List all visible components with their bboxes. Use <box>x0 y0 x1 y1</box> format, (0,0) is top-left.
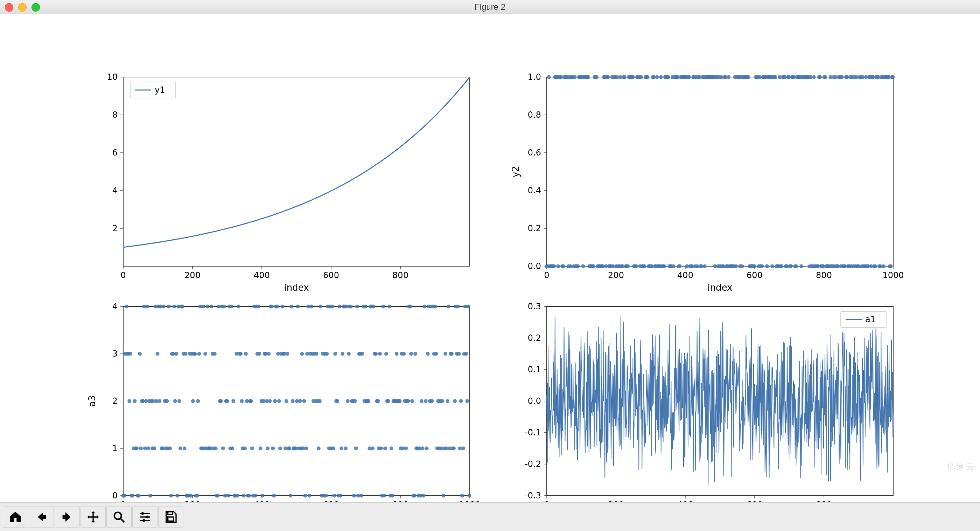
svg-point-462 <box>174 352 178 356</box>
svg-point-572 <box>289 494 293 498</box>
svg-point-742 <box>466 399 469 403</box>
svg-point-529 <box>244 352 248 356</box>
svg-point-508 <box>222 305 226 309</box>
svg-point-505 <box>219 399 223 403</box>
svg-point-592 <box>309 305 313 309</box>
svg-point-488 <box>201 305 205 309</box>
home-button[interactable] <box>3 506 28 528</box>
svg-point-146 <box>643 265 646 268</box>
pan-button[interactable] <box>81 506 106 528</box>
svg-point-204 <box>703 265 706 268</box>
svg-point-730 <box>453 399 457 403</box>
svg-point-597 <box>315 352 318 356</box>
svg-point-557 <box>273 399 277 403</box>
svg-point-336 <box>840 75 844 79</box>
window-close-icon[interactable] <box>5 3 13 11</box>
svg-point-574 <box>291 399 295 403</box>
svg-point-383 <box>889 265 893 268</box>
svg-point-658 <box>378 352 382 356</box>
svg-text:400: 400 <box>254 270 270 280</box>
svg-point-654 <box>374 352 378 356</box>
svg-point-551 <box>267 352 270 356</box>
svg-point-483 <box>196 399 200 403</box>
svg-text:a3: a3 <box>87 395 97 407</box>
svg-point-669 <box>390 446 393 450</box>
svg-point-143 <box>640 75 643 79</box>
svg-point-743 <box>466 305 470 309</box>
svg-point-614 <box>332 494 336 498</box>
svg-rect-25 <box>547 77 893 266</box>
svg-point-601 <box>319 305 323 309</box>
svg-point-138 <box>634 265 638 268</box>
svg-point-507 <box>221 446 225 450</box>
svg-rect-782 <box>168 512 173 515</box>
window-zoom-icon[interactable] <box>32 3 40 11</box>
svg-point-426 <box>137 494 141 498</box>
svg-point-511 <box>225 399 229 403</box>
svg-point-634 <box>353 399 357 403</box>
svg-point-587 <box>304 446 308 450</box>
svg-point-460 <box>172 305 176 309</box>
svg-point-455 <box>167 305 171 309</box>
svg-point-534 <box>249 399 253 403</box>
svg-point-579 <box>296 305 300 309</box>
svg-point-700 <box>422 494 426 498</box>
svg-text:0: 0 <box>120 270 126 280</box>
svg-point-688 <box>409 352 413 356</box>
svg-point-492 <box>205 305 209 309</box>
svg-point-130 <box>626 265 630 268</box>
svg-point-651 <box>371 446 374 450</box>
svg-point-368 <box>873 265 877 268</box>
svg-point-476 <box>189 494 193 498</box>
svg-point-466 <box>178 446 182 450</box>
svg-point-699 <box>421 446 425 450</box>
svg-point-100 <box>595 75 598 79</box>
svg-point-691 <box>412 494 416 498</box>
svg-point-568 <box>285 399 288 403</box>
svg-point-606 <box>324 494 328 498</box>
forward-button[interactable] <box>55 506 80 528</box>
svg-text:0.0: 0.0 <box>528 261 541 271</box>
svg-point-636 <box>355 305 359 309</box>
svg-point-461 <box>173 399 177 403</box>
svg-point-542 <box>258 352 261 356</box>
svg-point-628 <box>347 352 351 356</box>
svg-point-664 <box>384 352 388 356</box>
svg-point-721 <box>444 352 447 356</box>
watermark: 亿速云 <box>947 461 976 472</box>
svg-text:8: 8 <box>112 110 118 120</box>
window-minimize-icon[interactable] <box>18 3 27 11</box>
svg-point-663 <box>383 446 387 450</box>
svg-point-708 <box>430 399 434 403</box>
svg-point-500 <box>214 446 218 450</box>
svg-point-723 <box>445 399 449 403</box>
svg-point-227 <box>727 75 730 79</box>
svg-point-712 <box>434 352 438 356</box>
back-button[interactable] <box>29 506 54 528</box>
svg-point-512 <box>226 494 230 498</box>
svg-point-376 <box>881 265 886 268</box>
svg-point-677 <box>398 399 402 403</box>
svg-point-613 <box>331 446 335 450</box>
figure-canvas: 0200400600800246810indexy102004006008001… <box>0 14 980 502</box>
svg-point-162 <box>659 75 663 79</box>
zoom-button[interactable] <box>107 506 132 528</box>
svg-text:200: 200 <box>185 270 200 280</box>
svg-point-586 <box>303 494 307 498</box>
svg-text:200: 200 <box>608 270 624 280</box>
svg-point-309 <box>812 75 816 79</box>
svg-point-174 <box>671 265 676 268</box>
svg-point-619 <box>337 305 341 309</box>
svg-point-620 <box>339 494 342 498</box>
svg-point-522 <box>237 305 240 309</box>
svg-point-718 <box>440 399 444 403</box>
svg-point-599 <box>317 446 321 450</box>
save-button[interactable] <box>158 506 183 528</box>
svg-point-741 <box>465 352 468 356</box>
svg-point-600 <box>318 399 321 403</box>
svg-text:0.6: 0.6 <box>528 148 541 158</box>
configure-button[interactable] <box>132 506 158 528</box>
svg-point-559 <box>275 305 279 309</box>
svg-text:index: index <box>284 282 309 293</box>
svg-point-499 <box>213 352 216 356</box>
